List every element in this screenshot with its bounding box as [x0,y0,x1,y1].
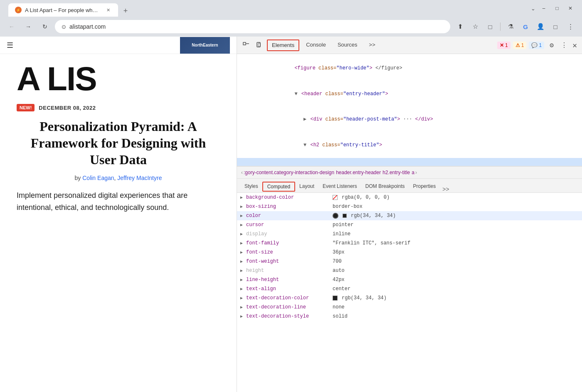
prop-value: solid [329,313,579,319]
prop-toggle[interactable]: ▶ [240,232,244,237]
byline-prefix: by [75,175,83,181]
prop-toggle[interactable]: ▶ [240,268,244,273]
settings-button[interactable]: ⚙ [546,39,557,51]
browser-window: ⚡ A List Apart – For people who ma… ✕ + … [0,0,582,392]
dom-line: ▼ <header class="entry-header"> [237,81,582,107]
dom-tree[interactable]: <figure class="hero-wide"> </figure> ▼ <… [237,54,582,166]
author1-link[interactable]: Colin Eagan [82,175,114,181]
google-icon[interactable]: G [519,20,532,33]
prop-name: display [246,231,329,237]
computed-prop-row[interactable]: ▶ text-decoration-style solid [237,312,582,321]
prop-tab-computed[interactable]: Computed [262,182,295,192]
hamburger-menu[interactable]: ☰ [7,41,13,50]
prop-value: "Franklin ITC", sans-serif [329,240,579,246]
computed-prop-row[interactable]: ▶ background-color rgba(0, 0, 0, 0) [237,193,582,202]
breadcrumb-item-4[interactable]: a [412,170,414,175]
new-tab-button[interactable]: + [120,5,131,17]
author2-link[interactable]: Jeffrey MacIntyre [117,175,162,181]
inspect-element-button[interactable] [240,39,252,51]
computed-prop-row[interactable]: ▶ display inline [237,229,582,239]
color-picker-button[interactable] [333,213,338,219]
prop-toggle[interactable]: ▶ [240,222,244,227]
window-close-button[interactable]: ✕ [565,3,575,13]
bookmark-icon[interactable]: ☆ [469,20,482,33]
tab-close-button[interactable]: ✕ [105,7,111,13]
prop-toggle[interactable]: ▶ [240,305,244,310]
address-bar: ← → ↻ ⊙ alistapart.com ⬆ ☆ □ ⚗ G 👤 □ ⋮ [0,17,582,37]
prop-name: box-sizing [246,204,329,210]
prop-toggle[interactable]: ▶ [240,296,244,301]
breadcrumb-right-arrow[interactable]: › [415,170,417,175]
computed-prop-row[interactable]: ▶ text-align center [237,284,582,293]
prop-toggle[interactable]: ▶ [240,286,244,291]
computed-props-list: ▶ background-color rgba(0, 0, 0, 0) ▶ bo… [237,193,582,392]
window-maximize-button[interactable]: □ [552,3,562,13]
prop-tab-layout[interactable]: Layout [295,181,318,192]
warning-badge[interactable]: ⚠ 1 [513,42,527,49]
dom-line: <figure class="hero-wide"> </figure> [237,56,582,81]
info-badge[interactable]: 💬 1 [529,42,544,49]
active-tab[interactable]: ⚡ A List Apart – For people who ma… ✕ [8,3,118,17]
computed-prop-row[interactable]: ▶ color rgb(34, 34, 34) [237,211,582,220]
props-tabs: Styles Computed Layout Event Listeners D… [237,179,582,193]
prop-toggle[interactable]: ▶ [240,314,244,319]
prop-tab-event-listeners[interactable]: Event Listeners [318,181,361,192]
bottom-section: ‹ :gory-content.category-interaction-des… [237,166,582,392]
breadcrumb-item-2[interactable]: header.entry-header [336,170,381,175]
window-chevron[interactable]: ⌄ [531,5,535,12]
prop-value: inline [329,231,579,237]
address-text: alistapart.com [69,23,106,30]
share-icon[interactable]: ⬆ [454,20,467,33]
dom-line: ▶ <div class="header-post-meta"> ··· </d… [237,107,582,133]
window-minimize-button[interactable]: – [539,3,549,13]
more-prop-tabs-button[interactable]: >> [440,186,451,192]
devtools-tab-sources[interactable]: Sources [333,39,363,52]
prop-tab-dom-breakpoints[interactable]: DOM Breakpoints [361,181,409,192]
webpage-menu-bar: ☰ NorthEastern [0,37,237,54]
computed-prop-row[interactable]: ▶ line-height 42px [237,275,582,284]
extension2-icon[interactable]: □ [549,20,562,33]
secure-icon: ⊙ [62,24,66,30]
computed-prop-row[interactable]: ▶ text-decoration-color rgb(34, 34, 34) [237,293,582,303]
prop-name: line-height [246,277,329,283]
extension-icon[interactable]: □ [483,20,497,33]
forward-button[interactable]: → [22,20,35,33]
prop-toggle[interactable]: ▶ [240,213,244,218]
webpage-panel: ☰ NorthEastern A LIS NEW! DECEMBER 08, 2… [0,37,237,392]
tab-title: A List Apart – For people who ma… [25,7,100,13]
more-options-button[interactable]: ⋮ [559,41,569,49]
webpage-content: A LIS NEW! DECEMBER 08, 2022 Personaliza… [0,54,237,392]
reload-button[interactable]: ↻ [38,20,52,33]
breadcrumb-item-3[interactable]: h2.entry-title [382,170,410,175]
computed-prop-row[interactable]: ▶ font-family "Franklin ITC", sans-serif [237,239,582,248]
devtools-tab-console[interactable]: Console [301,39,331,52]
prop-toggle[interactable]: ▶ [240,259,244,264]
prop-value: 36px [329,249,579,255]
prop-toggle[interactable]: ▶ [240,250,244,255]
devtools-close-button[interactable]: ✕ [571,41,579,50]
devtools-tab-more[interactable]: >> [364,39,380,52]
menu-icon[interactable]: ⋮ [564,20,577,33]
site-big-logo: A LIS [17,62,220,96]
prop-toggle[interactable]: ▶ [240,195,244,200]
prop-toggle[interactable]: ▶ [240,204,244,209]
devtools-tab-elements[interactable]: Elements [267,39,299,51]
computed-prop-row[interactable]: ▶ font-weight 700 [237,257,582,266]
lab-icon[interactable]: ⚗ [504,20,517,33]
back-button[interactable]: ← [5,20,18,33]
prop-toggle[interactable]: ▶ [240,241,244,246]
computed-prop-row[interactable]: ▶ text-decoration-line none [237,303,582,312]
prop-tab-styles[interactable]: Styles [240,181,262,192]
computed-prop-row[interactable]: ▶ font-size 36px [237,248,582,257]
device-toolbar-button[interactable] [254,39,265,51]
breadcrumb-item-1[interactable]: :gory-content.category-interaction-desig… [244,170,334,175]
computed-prop-row[interactable]: ▶ cursor pointer [237,220,582,229]
computed-prop-row[interactable]: ▶ height auto [237,266,582,275]
computed-prop-row[interactable]: ▶ box-sizing border-box [237,202,582,211]
address-input[interactable]: ⊙ alistapart.com [55,20,450,33]
error-badge[interactable]: ✕ 1 [497,42,510,49]
profile-icon[interactable]: 👤 [534,20,547,33]
prop-toggle[interactable]: ▶ [240,277,244,282]
prop-tab-properties[interactable]: Properties [409,181,440,192]
breadcrumb-left-arrow[interactable]: ‹ [241,170,243,175]
